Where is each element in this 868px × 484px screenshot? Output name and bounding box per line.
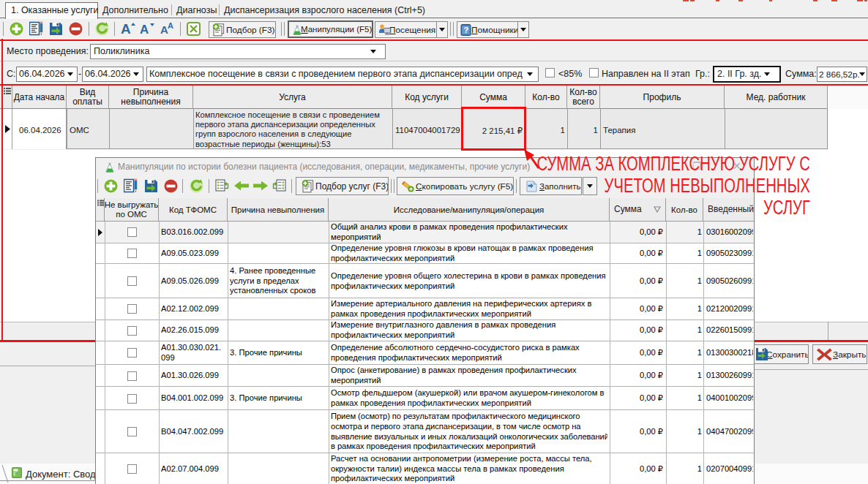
svg-text:A: A (168, 21, 173, 30)
svg-text:A: A (121, 21, 131, 36)
svg-text:?: ? (464, 26, 469, 34)
svg-text:A: A (140, 23, 149, 36)
